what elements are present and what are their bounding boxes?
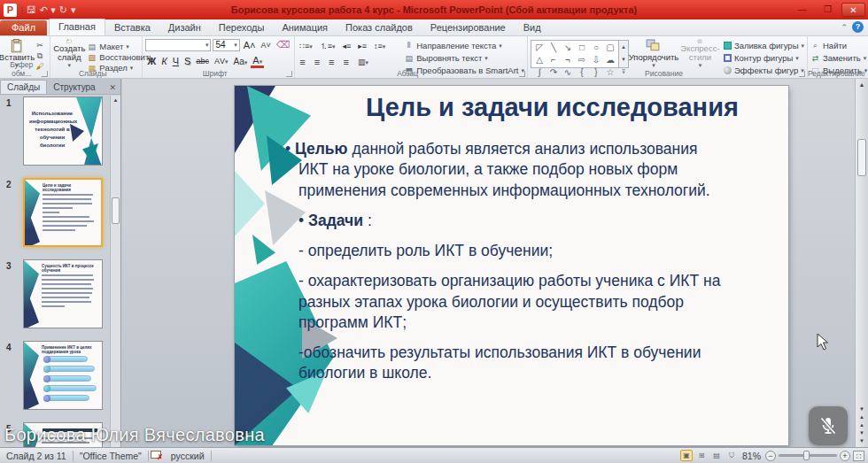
cut-icon[interactable]: ✂: [33, 41, 47, 50]
dialog-launcher-icon[interactable]: [519, 71, 525, 77]
slide-thumbnail-2[interactable]: 2 Цели и задачи исследования: [4, 178, 110, 247]
tab-design[interactable]: Дизайн: [159, 20, 210, 35]
elbow-shape-icon[interactable]: ⌐: [546, 54, 561, 66]
line-spacing-icon[interactable]: ↕≡▾: [372, 42, 387, 50]
zoom-out-icon[interactable]: −: [765, 451, 776, 461]
slide-sorter-icon[interactable]: ⊞: [695, 450, 708, 461]
shrink-font-icon[interactable]: A˅: [259, 41, 272, 50]
shape-fill-button[interactable]: Заливка фигуры▾: [724, 41, 804, 50]
previous-slide-icon[interactable]: ▲▲: [856, 413, 868, 429]
slide-title[interactable]: Цель и задачи исследования: [323, 93, 781, 122]
text-shadow-button[interactable]: S: [182, 56, 192, 66]
spellcheck-icon[interactable]: ✗: [151, 451, 163, 460]
increase-indent-icon[interactable]: ▸≡: [356, 42, 368, 50]
close-button[interactable]: ✕: [841, 3, 865, 17]
columns-icon[interactable]: ▥▾: [356, 58, 370, 66]
save-icon[interactable]: 🖫: [27, 4, 36, 16]
minimize-ribbon-icon[interactable]: ⌃: [841, 23, 848, 32]
font-name-combo[interactable]: ▾: [145, 39, 211, 51]
scroll-thumb[interactable]: [857, 139, 866, 176]
tab-insert[interactable]: Вставка: [105, 20, 159, 35]
arrow-line-shape-icon[interactable]: ↘: [561, 42, 575, 54]
restore-button[interactable]: ❐: [816, 3, 840, 17]
character-spacing-button[interactable]: АV▾: [213, 57, 230, 66]
tab-view[interactable]: Вид: [515, 20, 550, 35]
help-icon[interactable]: ?: [852, 21, 864, 33]
reading-view-icon[interactable]: ▤: [710, 450, 723, 461]
font-size-combo[interactable]: 54▾: [213, 39, 239, 51]
new-slide-button[interactable]: Создать слайд ▾: [53, 38, 85, 68]
language-indicator[interactable]: русский: [165, 451, 211, 461]
bullets-icon[interactable]: ∷≡▾: [298, 42, 314, 50]
decrease-indent-icon[interactable]: ◂≡: [341, 42, 353, 50]
zoom-slider[interactable]: [779, 454, 837, 457]
tab-animations[interactable]: Анимация: [273, 20, 337, 35]
change-case-button[interactable]: Аа▾: [231, 57, 249, 66]
panel-scroll-up-icon[interactable]: ▲: [111, 96, 120, 103]
dialog-launcher-icon[interactable]: [286, 71, 292, 77]
slide-thumbnail-4[interactable]: 4 Применение ИКТ в целях поддержания уро…: [4, 341, 110, 410]
italic-button[interactable]: К: [159, 56, 168, 66]
tab-home[interactable]: Главная: [49, 19, 105, 35]
undo-icon[interactable]: ↶ ▾: [40, 4, 56, 16]
align-right-icon[interactable]: ≡: [327, 57, 336, 67]
text-direction-button[interactable]: ⫴Направление текста▾: [404, 41, 524, 50]
rectangle-shape-icon[interactable]: □: [575, 42, 589, 54]
panel-tab-outline[interactable]: Структура: [47, 81, 101, 94]
slide-thumbnail-3[interactable]: 3 Сущность ИКТ в процессе обучения: [4, 259, 110, 328]
align-text-button[interactable]: ▤Выровнять текст▾: [404, 53, 524, 63]
elbow-arrow-shape-icon[interactable]: ¬: [561, 54, 575, 66]
line-shape-icon[interactable]: ╲: [546, 42, 561, 54]
shape-outline-button[interactable]: Контур фигуры▾: [724, 53, 804, 63]
panel-close-icon[interactable]: ✕: [105, 83, 120, 94]
rounded-rectangle-shape-icon[interactable]: ▢: [603, 42, 617, 54]
panel-scrollbar[interactable]: ▲: [110, 96, 120, 447]
oval-shape-icon[interactable]: ○: [589, 42, 603, 54]
theme-name[interactable]: "Office Theme": [74, 451, 148, 461]
gallery-up-icon[interactable]: ▲: [619, 41, 628, 53]
strikethrough-button[interactable]: abc: [194, 57, 211, 66]
arrange-button[interactable]: Упорядочить▾: [631, 38, 677, 68]
redo-icon[interactable]: ↻: [59, 4, 67, 16]
vertical-scrollbar[interactable]: ▲ ▼ ▲▲ ▼▼: [855, 79, 868, 447]
next-slide-icon[interactable]: ▼▼: [856, 429, 868, 445]
underline-button[interactable]: Ч: [171, 56, 181, 66]
slide-body-text[interactable]: • Целью данной работы является анализ ис…: [298, 139, 741, 394]
slide-canvas[interactable]: Цель и задачи исследования • Целью данно…: [235, 86, 788, 445]
clear-formatting-icon[interactable]: ⌫: [275, 39, 292, 50]
tab-review[interactable]: Рецензирование: [422, 20, 515, 35]
powerpoint-logo-icon[interactable]: P: [4, 4, 17, 17]
font-color-button[interactable]: А▾: [251, 55, 264, 68]
right-arrow-shape-icon[interactable]: ⇨: [575, 54, 589, 66]
replace-button[interactable]: ⇄Заменить▾: [810, 53, 867, 63]
normal-view-icon[interactable]: ▣: [680, 450, 693, 461]
justify-icon[interactable]: ≡: [342, 57, 351, 67]
numbering-icon[interactable]: ⒈≡▾: [318, 41, 337, 52]
scroll-up-icon[interactable]: ▲: [856, 79, 868, 89]
gallery-down-icon[interactable]: ▼: [619, 53, 628, 66]
slideshow-icon[interactable]: ⛉: [725, 450, 738, 461]
microphone-mute-button[interactable]: [809, 406, 848, 445]
quick-styles-button[interactable]: Экспресс-стили▾: [678, 38, 722, 68]
tab-file[interactable]: Файл: [0, 20, 47, 35]
tab-slideshow[interactable]: Показ слайдов: [337, 20, 422, 35]
dialog-launcher-icon[interactable]: [42, 71, 48, 77]
fit-to-window-icon[interactable]: ⛶: [853, 451, 864, 461]
triangle-shape-icon[interactable]: △: [532, 54, 546, 66]
zoom-slider-thumb[interactable]: [803, 451, 810, 460]
find-button[interactable]: ⌕Найти: [810, 41, 867, 50]
down-arrow-shape-icon[interactable]: ⇩: [589, 54, 603, 66]
minimize-button[interactable]: —: [790, 3, 814, 17]
panel-tab-slides[interactable]: Слайды: [0, 80, 47, 94]
tab-transitions[interactable]: Переходы: [210, 20, 274, 35]
grow-font-icon[interactable]: A˄: [242, 40, 258, 50]
align-left-icon[interactable]: ≡: [298, 57, 306, 67]
select-shape-icon[interactable]: ◸: [532, 42, 546, 54]
bold-button[interactable]: Ж: [145, 56, 158, 66]
cloud-shape-icon[interactable]: ☁: [603, 54, 617, 66]
zoom-in-icon[interactable]: +: [840, 451, 850, 461]
align-center-icon[interactable]: ≡: [313, 57, 322, 67]
dialog-launcher-icon[interactable]: [799, 71, 805, 77]
qat-dropdown-icon[interactable]: ▾: [71, 4, 76, 16]
scroll-down-icon[interactable]: ▼: [856, 405, 868, 413]
